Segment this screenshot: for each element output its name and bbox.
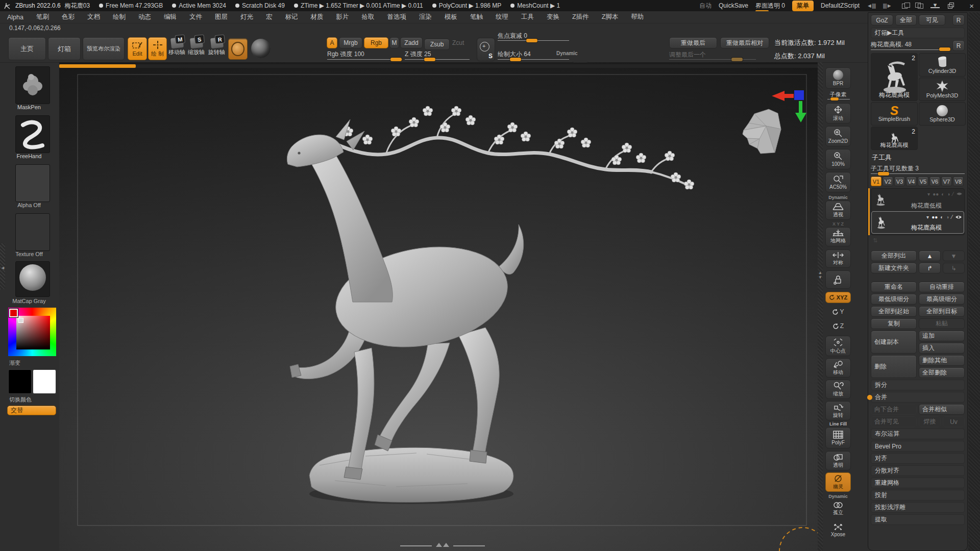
merge-similar-button[interactable]: 合并相似	[919, 404, 965, 415]
split-section[interactable]: 拆分	[871, 380, 965, 390]
new-folder-button[interactable]: 新建文件夹	[871, 263, 917, 273]
active-tool-slider[interactable]: 梅花鹿高模. 48	[871, 40, 950, 51]
subtool-header[interactable]: 子工具	[872, 153, 965, 162]
menu-item[interactable]: 拾取	[361, 13, 374, 21]
move-up-button[interactable]: ▲	[919, 251, 941, 261]
home-button[interactable]: 主页	[8, 37, 46, 60]
polypaint-icon[interactable]: ●●	[932, 214, 938, 220]
subtool-tab-v1[interactable]: V1	[871, 177, 881, 186]
goz-button[interactable]: GoZ	[871, 15, 893, 26]
ghost-button[interactable]: 幽灵	[825, 472, 851, 492]
menu-item[interactable]: 色彩	[62, 13, 75, 21]
z-intensity-slider[interactable]: Z 强度 25	[405, 50, 431, 59]
extract-section[interactable]: 提取	[871, 514, 965, 525]
displacement-icon[interactable]: ◑	[947, 191, 950, 197]
zscript-name[interactable]: DefaultZScript	[821, 2, 860, 9]
brush-edit-icon[interactable]: ⁄	[952, 191, 953, 197]
move-out-folder-button[interactable]: ↳	[943, 263, 965, 273]
menu-item[interactable]: 纹理	[496, 13, 508, 21]
subtool-tab-v3[interactable]: V3	[894, 177, 905, 186]
menu-item[interactable]: 图层	[215, 13, 228, 21]
adjust-last-slider[interactable]: 调整最后一个	[669, 51, 706, 59]
floor-axes-tag[interactable]: X Y Z	[825, 221, 851, 227]
tray-collapse-arrow-icon[interactable]: ◄	[1, 265, 5, 270]
brush-thumbnail-maskpen[interactable]	[15, 66, 50, 104]
doc-prev-icon[interactable]	[902, 3, 910, 9]
matcap-thumbnail[interactable]	[15, 261, 50, 297]
stroke-thumbnail-freehand[interactable]	[15, 115, 50, 153]
brush-edit-icon[interactable]: ⁄	[951, 214, 952, 220]
tool-thumb-polymesh3d[interactable]: PolyMesh3D	[919, 78, 966, 101]
canvas-scroll-thumb[interactable]	[59, 64, 136, 68]
merge-section[interactable]: 合并	[871, 392, 965, 403]
stroke-s-button[interactable]: + S	[477, 38, 495, 61]
menu-item[interactable]: 工具	[521, 13, 534, 21]
copy-button[interactable]: 复制	[871, 318, 917, 329]
mode-zcut-button[interactable]: Zcut	[452, 39, 464, 46]
menu-item[interactable]: 绘制	[113, 13, 126, 21]
minimize-button[interactable]: ▾	[930, 3, 940, 8]
redo-last-relative-button[interactable]: 重做最后相对	[720, 37, 769, 48]
subtool-row-low[interactable]: ▾●●◐◑⁄ 梅花鹿低模	[871, 189, 964, 211]
project-relief-section[interactable]: 投影浅浮雕	[871, 502, 965, 513]
alpha-off-thumbnail[interactable]	[15, 164, 50, 202]
texture-off-thumbnail[interactable]	[15, 213, 50, 251]
transparency-button[interactable]: 透明	[825, 451, 851, 470]
close-button[interactable]: ×	[966, 2, 977, 10]
polyframe-button[interactable]: PolyF	[825, 427, 851, 448]
perspective-button[interactable]: 透视	[825, 201, 851, 220]
tool-thumb-sphere3d[interactable]: Sphere3D	[919, 102, 966, 126]
export-all-button[interactable]: 全部	[895, 15, 917, 26]
delete-all-button[interactable]: 全部删除	[919, 367, 965, 378]
lowest-subdiv-button[interactable]: 最低级细分	[871, 294, 917, 305]
menu-item[interactable]: 渲染	[419, 13, 432, 21]
subpixel-slider[interactable]: 子像素	[823, 91, 853, 98]
menu-item[interactable]: 首选项	[387, 13, 406, 21]
merge-down-button[interactable]: 向下合并	[871, 404, 917, 415]
xpose-button[interactable]: Xpose	[825, 520, 851, 540]
panel-scrollbar[interactable]	[968, 12, 980, 551]
visibility-eye-icon[interactable]	[956, 192, 963, 196]
menu-item[interactable]: 宏	[266, 13, 273, 21]
move-down-button[interactable]: ▼	[943, 251, 965, 261]
flip-icon[interactable]: ▾	[927, 191, 930, 197]
align-section[interactable]: 对齐	[871, 453, 965, 464]
subtool-tab-v7[interactable]: V7	[941, 177, 952, 186]
insert-button[interactable]: 插入	[919, 343, 965, 354]
remesh-section[interactable]: 重建网格	[871, 478, 965, 488]
move-axis-button[interactable]: M 移动轴	[168, 38, 185, 56]
move-canvas-button[interactable]: 移动	[825, 358, 851, 378]
subtool-tab-v6[interactable]: V6	[929, 177, 940, 186]
mode-a-button[interactable]: A	[327, 37, 337, 48]
subtool-tab-v5[interactable]: V5	[918, 177, 928, 186]
current-material-sphere[interactable]	[251, 39, 271, 58]
subtool-row-high-selected[interactable]: ▾●●◐◑⁄ 梅花鹿高模	[871, 211, 964, 234]
scroll-button[interactable]: 滚动	[825, 103, 851, 123]
lightbox-button[interactable]: 灯箱	[48, 37, 81, 60]
subtool-tab-v2[interactable]: V2	[883, 177, 893, 186]
document-canvas[interactable]	[59, 62, 818, 551]
menu-item[interactable]: 灯光	[240, 13, 253, 21]
preview-boolean-button[interactable]: 预览布尔渲染	[83, 37, 125, 60]
menu-item[interactable]: 笔触	[470, 13, 483, 21]
boolean-section[interactable]: 布尔运算	[871, 429, 965, 439]
export-visible-button[interactable]: 可见	[919, 15, 945, 26]
tool-thumb-cylinder3d[interactable]: Cylinder3D	[919, 53, 966, 77]
list-all-button[interactable]: 全部列出	[871, 251, 917, 261]
paste-button[interactable]: 粘贴	[919, 318, 965, 329]
bevel-pro-section[interactable]: Bevel Pro	[871, 441, 965, 452]
solo-button[interactable]: 孤立	[825, 499, 851, 518]
menu-item[interactable]: 笔刷	[36, 13, 49, 21]
menu-item[interactable]: 模板	[445, 13, 457, 21]
rotate-canvas-button[interactable]: 旋转	[825, 401, 851, 420]
draw-size-slider[interactable]: 绘制大小 64 Dynamic	[498, 50, 531, 59]
actual-size-button[interactable]: 100%	[825, 149, 851, 169]
menu-item[interactable]: Z插件	[572, 13, 589, 21]
flip-icon[interactable]: ▾	[926, 214, 929, 220]
secondary-color-swatch[interactable]	[33, 369, 56, 394]
menu-item[interactable]: Z脚本	[602, 13, 619, 21]
menu-item[interactable]: 影片	[336, 13, 349, 21]
rotate-z-button[interactable]: Z	[825, 320, 851, 332]
tray-arrows-icon[interactable]: ▲▼	[818, 270, 822, 280]
move-to-folder-button[interactable]: ↱	[919, 263, 941, 273]
